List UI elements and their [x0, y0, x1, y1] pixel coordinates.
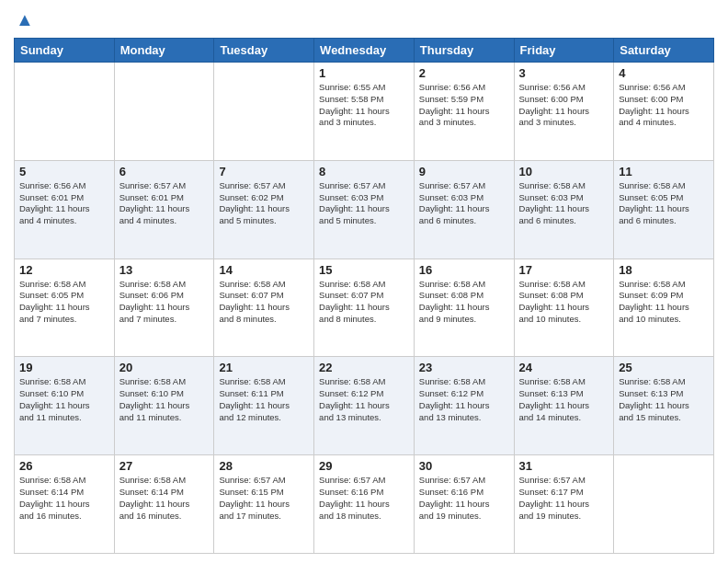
day-number: 10 — [519, 165, 609, 178]
day-info: Sunrise: 6:57 AM Sunset: 6:16 PM Dayligh… — [419, 475, 509, 522]
calendar-cell: 2Sunrise: 6:56 AM Sunset: 5:59 PM Daylig… — [414, 63, 514, 161]
day-info: Sunrise: 6:58 AM Sunset: 6:08 PM Dayligh… — [519, 279, 609, 326]
day-info: Sunrise: 6:58 AM Sunset: 6:03 PM Dayligh… — [519, 180, 609, 227]
calendar-cell: 11Sunrise: 6:58 AM Sunset: 6:05 PM Dayli… — [614, 160, 714, 259]
day-number: 18 — [619, 263, 709, 277]
day-info: Sunrise: 6:56 AM Sunset: 6:01 PM Dayligh… — [19, 180, 109, 227]
calendar-cell: 18Sunrise: 6:58 AM Sunset: 6:09 PM Dayli… — [614, 259, 714, 357]
calendar-cell: 8Sunrise: 6:57 AM Sunset: 6:03 PM Daylig… — [314, 160, 415, 259]
day-number: 6 — [119, 165, 210, 178]
logo-icon: ▲ — [16, 9, 34, 30]
day-number: 21 — [219, 361, 309, 374]
calendar-cell: 16Sunrise: 6:58 AM Sunset: 6:08 PM Dayli… — [414, 259, 514, 357]
day-number: 5 — [19, 165, 109, 178]
calendar-week-row: 12Sunrise: 6:58 AM Sunset: 6:05 PM Dayli… — [15, 259, 714, 357]
day-info: Sunrise: 6:58 AM Sunset: 6:10 PM Dayligh… — [119, 376, 210, 423]
calendar-header-wednesday: Wednesday — [314, 39, 415, 63]
calendar-cell: 1Sunrise: 6:55 AM Sunset: 5:58 PM Daylig… — [314, 63, 415, 161]
day-number: 9 — [419, 165, 509, 178]
day-info: Sunrise: 6:58 AM Sunset: 6:10 PM Dayligh… — [19, 376, 109, 423]
day-info: Sunrise: 6:57 AM Sunset: 6:03 PM Dayligh… — [419, 180, 509, 227]
calendar-week-row: 19Sunrise: 6:58 AM Sunset: 6:10 PM Dayli… — [15, 357, 714, 455]
calendar-cell — [614, 455, 714, 554]
calendar-cell: 15Sunrise: 6:58 AM Sunset: 6:07 PM Dayli… — [314, 259, 415, 357]
day-number: 17 — [519, 263, 609, 277]
calendar: SundayMondayTuesdayWednesdayThursdayFrid… — [14, 38, 714, 554]
calendar-cell: 17Sunrise: 6:58 AM Sunset: 6:08 PM Dayli… — [514, 259, 614, 357]
day-number: 4 — [619, 66, 709, 80]
calendar-cell: 28Sunrise: 6:57 AM Sunset: 6:15 PM Dayli… — [214, 455, 314, 554]
day-info: Sunrise: 6:56 AM Sunset: 6:00 PM Dayligh… — [619, 82, 709, 129]
day-info: Sunrise: 6:58 AM Sunset: 6:14 PM Dayligh… — [19, 475, 109, 522]
calendar-cell: 27Sunrise: 6:58 AM Sunset: 6:14 PM Dayli… — [114, 455, 214, 554]
day-number: 27 — [119, 459, 210, 473]
day-number: 14 — [219, 263, 309, 277]
day-number: 26 — [19, 459, 109, 473]
day-info: Sunrise: 6:57 AM Sunset: 6:15 PM Dayligh… — [219, 475, 309, 522]
calendar-cell — [214, 63, 314, 161]
calendar-cell: 6Sunrise: 6:57 AM Sunset: 6:01 PM Daylig… — [114, 160, 214, 259]
day-info: Sunrise: 6:57 AM Sunset: 6:03 PM Dayligh… — [319, 180, 409, 227]
calendar-cell: 13Sunrise: 6:58 AM Sunset: 6:06 PM Dayli… — [114, 259, 214, 357]
calendar-header-sunday: Sunday — [15, 39, 115, 63]
calendar-cell: 26Sunrise: 6:58 AM Sunset: 6:14 PM Dayli… — [15, 455, 115, 554]
day-number: 7 — [219, 165, 309, 178]
day-info: Sunrise: 6:58 AM Sunset: 6:09 PM Dayligh… — [619, 279, 709, 326]
day-info: Sunrise: 6:56 AM Sunset: 6:00 PM Dayligh… — [519, 82, 609, 129]
calendar-cell: 22Sunrise: 6:58 AM Sunset: 6:12 PM Dayli… — [314, 357, 415, 455]
day-info: Sunrise: 6:58 AM Sunset: 6:07 PM Dayligh… — [219, 279, 309, 326]
calendar-header-tuesday: Tuesday — [214, 39, 314, 63]
calendar-cell: 12Sunrise: 6:58 AM Sunset: 6:05 PM Dayli… — [15, 259, 115, 357]
day-number: 23 — [419, 361, 509, 374]
calendar-cell: 3Sunrise: 6:56 AM Sunset: 6:00 PM Daylig… — [514, 63, 614, 161]
calendar-cell: 31Sunrise: 6:57 AM Sunset: 6:17 PM Dayli… — [514, 455, 614, 554]
day-number: 1 — [319, 66, 409, 80]
day-number: 11 — [619, 165, 709, 178]
header: ▲ — [14, 9, 714, 30]
day-number: 28 — [219, 459, 309, 473]
day-info: Sunrise: 6:58 AM Sunset: 6:05 PM Dayligh… — [619, 180, 709, 227]
calendar-header-thursday: Thursday — [414, 39, 514, 63]
calendar-header-friday: Friday — [514, 39, 614, 63]
day-info: Sunrise: 6:58 AM Sunset: 6:08 PM Dayligh… — [419, 279, 509, 326]
day-number: 22 — [319, 361, 409, 374]
calendar-cell: 19Sunrise: 6:58 AM Sunset: 6:10 PM Dayli… — [15, 357, 115, 455]
day-number: 30 — [419, 459, 509, 473]
day-number: 13 — [119, 263, 210, 277]
day-number: 12 — [19, 263, 109, 277]
day-info: Sunrise: 6:57 AM Sunset: 6:02 PM Dayligh… — [219, 180, 309, 227]
day-info: Sunrise: 6:58 AM Sunset: 6:13 PM Dayligh… — [519, 376, 609, 423]
day-number: 2 — [419, 66, 509, 80]
day-number: 3 — [519, 66, 609, 80]
calendar-header-row: SundayMondayTuesdayWednesdayThursdayFrid… — [15, 39, 714, 63]
calendar-week-row: 1Sunrise: 6:55 AM Sunset: 5:58 PM Daylig… — [15, 63, 714, 161]
day-number: 31 — [519, 459, 609, 473]
calendar-cell: 9Sunrise: 6:57 AM Sunset: 6:03 PM Daylig… — [414, 160, 514, 259]
day-number: 20 — [119, 361, 210, 374]
day-info: Sunrise: 6:58 AM Sunset: 6:14 PM Dayligh… — [119, 475, 210, 522]
day-info: Sunrise: 6:56 AM Sunset: 5:59 PM Dayligh… — [419, 82, 509, 129]
day-number: 19 — [19, 361, 109, 374]
calendar-header-monday: Monday — [114, 39, 214, 63]
page: ▲ SundayMondayTuesdayWednesdayThursdayFr… — [0, 0, 728, 563]
day-number: 25 — [619, 361, 709, 374]
day-number: 8 — [319, 165, 409, 178]
calendar-cell: 25Sunrise: 6:58 AM Sunset: 6:13 PM Dayli… — [614, 357, 714, 455]
calendar-week-row: 5Sunrise: 6:56 AM Sunset: 6:01 PM Daylig… — [15, 160, 714, 259]
calendar-cell: 29Sunrise: 6:57 AM Sunset: 6:16 PM Dayli… — [314, 455, 415, 554]
calendar-cell — [114, 63, 214, 161]
day-info: Sunrise: 6:57 AM Sunset: 6:16 PM Dayligh… — [319, 475, 409, 522]
day-info: Sunrise: 6:58 AM Sunset: 6:06 PM Dayligh… — [119, 279, 210, 326]
day-info: Sunrise: 6:58 AM Sunset: 6:05 PM Dayligh… — [19, 279, 109, 326]
day-info: Sunrise: 6:57 AM Sunset: 6:01 PM Dayligh… — [119, 180, 210, 227]
day-info: Sunrise: 6:55 AM Sunset: 5:58 PM Dayligh… — [319, 82, 409, 129]
calendar-cell: 4Sunrise: 6:56 AM Sunset: 6:00 PM Daylig… — [614, 63, 714, 161]
calendar-cell: 10Sunrise: 6:58 AM Sunset: 6:03 PM Dayli… — [514, 160, 614, 259]
logo: ▲ — [14, 9, 36, 30]
calendar-cell: 21Sunrise: 6:58 AM Sunset: 6:11 PM Dayli… — [214, 357, 314, 455]
day-number: 29 — [319, 459, 409, 473]
day-info: Sunrise: 6:58 AM Sunset: 6:13 PM Dayligh… — [619, 376, 709, 423]
day-info: Sunrise: 6:58 AM Sunset: 6:12 PM Dayligh… — [419, 376, 509, 423]
calendar-cell: 24Sunrise: 6:58 AM Sunset: 6:13 PM Dayli… — [514, 357, 614, 455]
calendar-cell: 23Sunrise: 6:58 AM Sunset: 6:12 PM Dayli… — [414, 357, 514, 455]
